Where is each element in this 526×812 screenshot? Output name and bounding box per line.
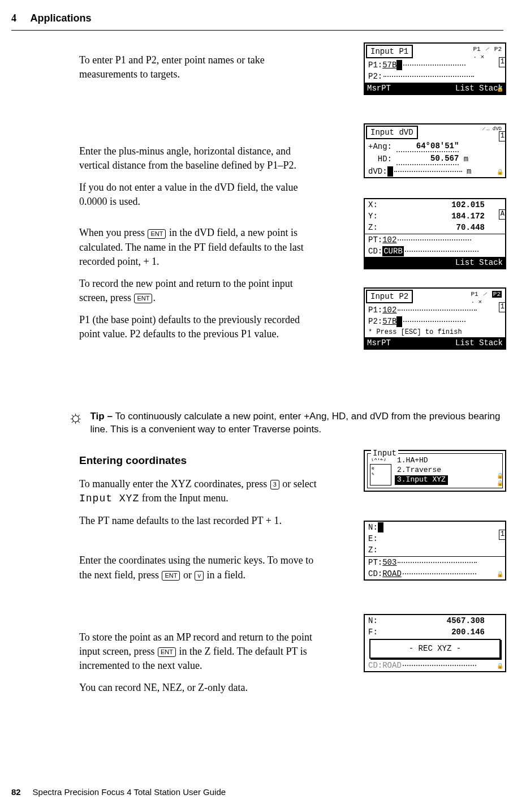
ent-key: ENT bbox=[134, 294, 152, 303]
screen-input-p2: Input P2 P1 ⟋ P2· × 1 P1:102 P2:57B * Pr… bbox=[364, 287, 506, 350]
menu-item-input-xyz: 3.Input XYZ bbox=[395, 475, 448, 485]
cd-field: CD:ROAD 🔒 bbox=[365, 660, 505, 671]
screen-input-dvd: Input dVD ⟋… dVD 1 +Ang: 64°08'51" HD: 5… bbox=[364, 123, 506, 178]
paragraph: To record the new point and return to th… bbox=[79, 277, 322, 305]
diagram-icon: P1 ⟋ P2· × bbox=[473, 45, 502, 62]
paragraph: When you press ENT in the dVD field, a n… bbox=[79, 226, 322, 269]
screen-rec-xyz: N:4567.308 F:200.146 - REC XYZ - CD:ROAD… bbox=[364, 614, 506, 672]
pt-field: PT:102 bbox=[365, 234, 505, 246]
dvd-field: dVD: m 🔒 bbox=[365, 166, 505, 177]
softkey-bar: List Stack bbox=[365, 257, 505, 268]
menu-item-traverse: 2.Traverse bbox=[395, 466, 448, 475]
guide-title: Spectra Precision Focus 4 Total Station … bbox=[33, 787, 226, 797]
page-header: 4 Applications bbox=[11, 11, 503, 31]
chapter-number: 4 bbox=[11, 12, 16, 24]
p2-field: P2: 🔒 bbox=[365, 71, 505, 82]
diagram-icon: P1 ⟋ P2· × bbox=[471, 290, 502, 307]
paragraph: P1 (the base point) defaults to the prev… bbox=[79, 313, 322, 341]
page-number: 82 bbox=[11, 787, 21, 797]
page-badge: 1 bbox=[499, 302, 506, 312]
document-icon: ≋✎ bbox=[370, 464, 391, 486]
screen-input-menu: Input (XYZ) ≋✎ 1.HA+HD 2.Traverse 3.Inpu… bbox=[364, 450, 506, 492]
cd-field: CD:ROAD 🔒 bbox=[365, 568, 505, 579]
rec-dialog: - REC XYZ - bbox=[369, 639, 501, 658]
ent-key: ENT bbox=[148, 229, 166, 239]
hd-field: HD: 50.567 m bbox=[365, 153, 505, 165]
pt-field: PT:503 bbox=[365, 557, 505, 568]
paragraph: Enter the plus-minus angle, horizontal d… bbox=[79, 144, 322, 173]
softkey-bar: MsrPTList Stack bbox=[365, 83, 505, 94]
hint-text: * Press [ESC] to finish bbox=[365, 328, 505, 338]
paragraph: To store the point as an MP record and r… bbox=[79, 630, 322, 673]
lock-icon: 🔒🔒 bbox=[497, 472, 503, 487]
paragraph: You can record NE, NEZ, or Z-only data. bbox=[79, 681, 322, 695]
page-badge: 1 bbox=[499, 57, 506, 67]
tip-label: Tip – bbox=[90, 411, 115, 422]
lightbulb-icon: ☼ bbox=[68, 409, 84, 426]
screen-xyz-result: X:102.015 Y:184.172 Z:70.448 A PT:102 CD… bbox=[364, 198, 506, 269]
lock-icon: 🔒 bbox=[497, 571, 503, 578]
tip-callout: ☼ Tip – To continuously calculate a new … bbox=[68, 410, 515, 437]
p2-field: P2:57B bbox=[365, 316, 505, 327]
cd-field: CD:CURB bbox=[365, 246, 505, 257]
screen-title: Input P1 bbox=[366, 45, 413, 58]
screen-title: Input dVD bbox=[366, 126, 418, 139]
paragraph: Enter the coordinates using the numeric … bbox=[79, 553, 322, 582]
softkey-bar: MsrPTList Stack bbox=[365, 337, 505, 349]
paragraph: If you do not enter a value in the dVD f… bbox=[79, 181, 322, 209]
chapter-title: Applications bbox=[31, 12, 92, 24]
tip-body: To continuously calculate a new point, e… bbox=[90, 411, 501, 435]
ent-key: ENT bbox=[158, 647, 176, 657]
paragraph: To enter P1 and P2, enter point names or… bbox=[79, 53, 322, 81]
page-footer: 82 Spectra Precision Focus 4 Total Stati… bbox=[11, 786, 226, 798]
paragraph: To manually enter the XYZ coordinates, p… bbox=[79, 477, 322, 506]
menu-item-hahd: 1.HA+HD bbox=[395, 456, 448, 466]
ent-key: ENT bbox=[162, 571, 180, 581]
lock-icon: 🔒 bbox=[497, 85, 503, 93]
screen-nez-entry: N: E: Z: 1 PT:503 CD:ROAD 🔒 bbox=[364, 521, 506, 581]
paragraph: The PT name defaults to the last recorde… bbox=[79, 514, 322, 528]
down-key: v bbox=[195, 571, 204, 581]
lock-icon: 🔒 bbox=[497, 663, 503, 670]
page-badge: 1 bbox=[499, 530, 506, 540]
ang-field: +Ang: 64°08'51" bbox=[365, 140, 505, 153]
screen-title: Input P2 bbox=[366, 290, 413, 303]
three-key: 3 bbox=[270, 480, 279, 489]
lock-icon: 🔒 bbox=[497, 169, 503, 176]
page-badge: 1 bbox=[499, 131, 506, 141]
screen-input-p1: Input P1 P1 ⟋ P2· × 1 P1:57B P2: 🔒 MsrPT… bbox=[364, 42, 506, 95]
side-badge: A bbox=[499, 209, 506, 220]
